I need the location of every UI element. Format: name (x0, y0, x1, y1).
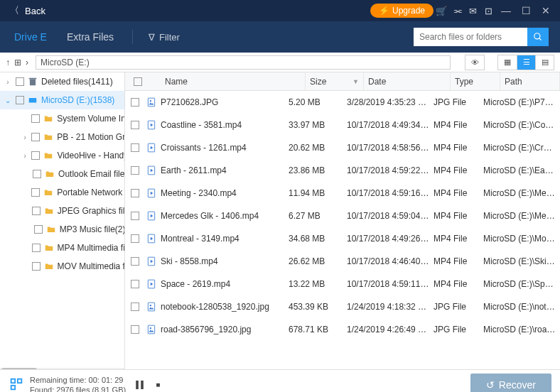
video-file-icon (146, 188, 156, 198)
detail-view-button[interactable]: ▤ (535, 55, 554, 70)
expand-icon[interactable]: › (3, 78, 13, 86)
search-icon (533, 32, 543, 42)
checkbox[interactable] (131, 212, 139, 220)
checkbox[interactable] (33, 170, 41, 178)
tree-child[interactable]: MP3 Music file(2) (0, 220, 124, 239)
checkbox[interactable] (131, 98, 139, 107)
expand-icon[interactable]: › (21, 134, 28, 141)
checkbox[interactable] (31, 188, 40, 197)
menu-icon[interactable]: ⊡ (480, 6, 496, 16)
checkbox[interactable] (16, 77, 24, 86)
tree-child[interactable]: JPEG Graphics file(16) (0, 202, 124, 220)
checkbox[interactable] (131, 257, 139, 266)
divider (132, 30, 133, 44)
cell-size: 5.20 MB (289, 97, 347, 107)
cell-size: 678.71 KB (289, 325, 347, 334)
maximize-button[interactable]: ☐ (516, 5, 536, 16)
checkbox[interactable] (131, 189, 139, 197)
col-type[interactable]: Type (451, 72, 500, 90)
share-icon[interactable]: ⫘ (449, 6, 465, 16)
file-row[interactable]: Montreal - 3149.mp434.68 MB10/17/2018 4:… (125, 227, 560, 250)
up-button[interactable]: ↑ (6, 58, 10, 67)
file-row[interactable]: Meeting - 2340.mp411.94 MB10/17/2018 4:5… (125, 182, 560, 205)
filter-button[interactable]: ∇ Filter (149, 32, 180, 43)
tab-drive[interactable]: Drive E (11, 23, 50, 51)
checkbox[interactable] (32, 207, 41, 215)
file-row[interactable]: Croissants - 1261.mp420.62 MB10/17/2018 … (125, 136, 560, 159)
cell-name: Meeting - 2340.mp4 (161, 188, 289, 198)
checkbox[interactable] (131, 280, 139, 288)
col-name[interactable]: Name (145, 72, 306, 90)
tab-extra-files[interactable]: Extra Files (64, 23, 117, 51)
tree-child[interactable]: Outlook Email file(1) (0, 165, 124, 183)
path-field[interactable]: MicroSD (E:) (36, 55, 451, 70)
col-size[interactable]: Size▼ (306, 72, 364, 90)
sidebar: › Deleted files(1411) ⌄ MicroSD (E:)(153… (0, 72, 125, 369)
checkbox[interactable] (131, 325, 139, 334)
cell-path: MicroSD (E:)\Merce… (483, 211, 560, 221)
tree-deleted-files[interactable]: › Deleted files(1411) (0, 72, 124, 91)
tree-child[interactable]: System Volume Informat (0, 109, 124, 128)
collapse-icon[interactable]: ⌄ (3, 97, 13, 104)
feedback-icon[interactable]: ✉ (465, 6, 480, 16)
close-button[interactable]: ✕ (536, 5, 556, 16)
cell-type: JPG File (434, 97, 483, 107)
checkbox[interactable] (31, 133, 40, 141)
recover-button[interactable]: ↺ Recover (470, 374, 551, 393)
sort-desc-icon: ▼ (352, 78, 359, 85)
search-button[interactable] (527, 28, 549, 46)
back-button[interactable]: 〈 Back (4, 4, 51, 17)
tree-child[interactable]: ›VideoHive - Handy Tran (0, 146, 124, 165)
upgrade-button[interactable]: ⚡ Upgrade (370, 4, 434, 18)
tree-child[interactable]: ›PB - 21 Motion Graphics (0, 128, 124, 146)
file-row[interactable]: Earth - 2611.mp423.86 MB10/17/2018 4:59:… (125, 159, 560, 182)
file-row[interactable]: Space - 2619.mp413.22 MB10/17/2018 4:59:… (125, 273, 560, 295)
cell-type: JPG File (434, 302, 483, 312)
checkbox[interactable] (131, 303, 139, 311)
grid-view-button[interactable]: ▦ (498, 55, 517, 70)
expand-icon[interactable]: › (21, 152, 28, 160)
checkbox[interactable] (32, 244, 41, 252)
cell-date: 10/17/2018 4:46:40… (347, 256, 434, 266)
cell-name: notebook-1280538_1920.jpg (161, 302, 289, 312)
tree-child[interactable]: Portable Network Graph (0, 183, 124, 202)
minimize-button[interactable]: — (496, 5, 516, 16)
tree-microsd[interactable]: ⌄ MicroSD (E:)(1538) (0, 91, 124, 109)
cell-date: 10/17/2018 4:59:11… (347, 279, 434, 289)
folder-icon (43, 206, 55, 216)
sidebar-scrollbar[interactable] (0, 368, 124, 369)
folder-icon (43, 151, 54, 160)
file-row[interactable]: Coastline - 3581.mp433.97 MB10/17/2018 4… (125, 114, 560, 136)
pause-button[interactable]: ▌▌ (136, 381, 146, 388)
tree-label: Outlook Email file(1) (58, 169, 124, 179)
checkbox[interactable] (31, 114, 40, 123)
checkbox[interactable] (34, 225, 43, 234)
checkbox[interactable] (131, 121, 139, 129)
checkbox[interactable] (31, 151, 40, 160)
col-date[interactable]: Date (364, 72, 451, 90)
col-path[interactable]: Path (500, 72, 560, 90)
select-all-checkbox[interactable] (134, 77, 142, 86)
file-row[interactable]: Mercedes Glk - 1406.mp46.27 MB10/17/2018… (125, 205, 560, 227)
checkbox[interactable] (131, 234, 139, 243)
preview-toggle[interactable]: 👁 (465, 55, 484, 70)
checkbox[interactable] (131, 143, 139, 152)
svg-point-6 (150, 100, 151, 102)
file-row[interactable]: road-3856796_1920.jpg678.71 KB1/24/2019 … (125, 318, 560, 341)
folder-icon (45, 224, 57, 234)
file-row[interactable]: notebook-1280538_1920.jpg453.39 KB1/24/2… (125, 295, 560, 318)
file-row[interactable]: Ski - 8558.mp426.62 MB10/17/2018 4:46:40… (125, 250, 560, 273)
tree-label: MOV Multimedia file(23 (58, 261, 124, 271)
cart-icon[interactable]: 🛒 (434, 6, 449, 16)
list-view-button[interactable]: ☰ (517, 55, 535, 70)
checkbox[interactable] (131, 166, 139, 175)
checkbox[interactable] (16, 96, 24, 104)
tree-child[interactable]: MOV Multimedia file(23 (0, 257, 124, 276)
computer-icon[interactable]: ⊞ (14, 58, 21, 67)
checkbox[interactable] (32, 262, 41, 271)
image-file-icon (146, 325, 156, 334)
file-row[interactable]: P7210628.JPG5.20 MB3/28/2019 4:35:23 …JP… (125, 91, 560, 114)
tree-child[interactable]: MP4 Multimedia file(18) (0, 239, 124, 257)
stop-button[interactable]: ■ (156, 381, 160, 388)
search-input[interactable] (414, 28, 527, 46)
